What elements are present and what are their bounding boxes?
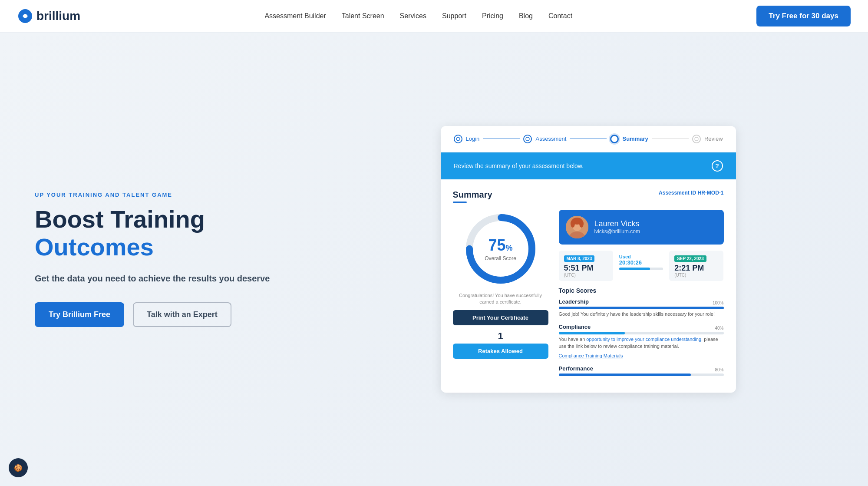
hero-left: UP YOUR TRAINING AND TALENT GAME Boost T…	[0, 33, 317, 486]
end-time-value: 2:21 PM	[674, 264, 718, 273]
help-button[interactable]: ?	[712, 160, 723, 172]
used-time-bar-fill	[619, 268, 650, 270]
topic-compliance-desc: You have an opportunity to improve your …	[559, 336, 724, 350]
topic-compliance-bar: 40%	[559, 332, 724, 334]
hero-buttons: Try Brillium Free Talk with an Expert	[35, 302, 282, 327]
used-label: Used	[619, 254, 663, 259]
svg-point-2	[456, 137, 460, 141]
step-line-1	[483, 139, 520, 139]
blue-banner: Review the summary of your assessment be…	[441, 152, 736, 179]
donut-chart: 75% Overall Score	[462, 210, 540, 288]
start-time-value: 5:51 PM	[564, 264, 608, 273]
step-assessment-label: Assessment	[535, 136, 566, 142]
hero-right: Login Assessment Summary	[317, 33, 868, 486]
start-date-badge: MAR 8, 2023	[564, 255, 595, 262]
hero-title-black: Boost Training	[35, 206, 282, 233]
avatar	[566, 216, 588, 238]
talk-with-expert-button[interactable]: Talk with an Expert	[133, 302, 231, 327]
retakes-allowed-button[interactable]: Retakes Allowed	[453, 344, 548, 359]
print-certificate-button[interactable]: Print Your Certificate	[453, 310, 548, 325]
step-summary-label: Summary	[622, 136, 648, 142]
end-time-block: SEP 22, 2023 2:21 PM (UTC)	[669, 251, 723, 281]
user-email: lvicks@brillium.com	[594, 228, 640, 235]
end-date-badge: SEP 22, 2023	[674, 255, 706, 262]
user-name-light: Vicks	[619, 219, 640, 228]
topic-leadership-bar-fill	[559, 307, 724, 309]
step-review-circle	[692, 135, 701, 143]
topic-performance-bar: 80%	[559, 374, 724, 376]
nav-item-services[interactable]: Services	[400, 12, 426, 20]
topic-performance-pct: 80%	[715, 367, 723, 372]
try-free-button[interactable]: Try Free for 30 days	[756, 6, 851, 26]
nav-item-talent-screen[interactable]: Talent Screen	[342, 12, 384, 20]
summary-header: Summary Assessment ID HR-MOD-1	[453, 190, 724, 203]
user-name-bold: Lauren	[594, 219, 619, 228]
progress-steps: Login Assessment Summary	[441, 126, 736, 152]
hero-subtitle: Get the data you need to achieve the res…	[35, 272, 282, 285]
step-line-3	[652, 139, 689, 139]
start-time-tz: (UTC)	[564, 273, 608, 278]
cookie-widget[interactable]: 🍪	[9, 458, 28, 477]
hero-section: UP YOUR TRAINING AND TALENT GAME Boost T…	[0, 33, 868, 486]
timing-row: MAR 8, 2023 5:51 PM (UTC) Used 20:30:26	[559, 251, 724, 281]
step-line-2	[570, 139, 607, 139]
end-time-tz: (UTC)	[674, 273, 718, 278]
user-name: Lauren Vicks	[594, 219, 640, 228]
retakes-number: 1	[498, 331, 503, 342]
topic-leadership-name: Leadership	[559, 298, 724, 305]
topic-compliance-bar-fill	[559, 332, 625, 334]
svg-point-12	[571, 220, 575, 228]
logo[interactable]: brillium	[17, 8, 80, 24]
summary-underline	[453, 202, 467, 203]
step-assessment-circle	[523, 135, 532, 143]
banner-text: Review the summary of your assessment be…	[454, 162, 584, 169]
step-login-circle	[454, 135, 462, 143]
summary-card: Summary Assessment ID HR-MOD-1	[441, 179, 736, 393]
step-review-label: Review	[704, 136, 723, 142]
step-login-label: Login	[466, 136, 480, 142]
summary-title: Summary	[453, 190, 492, 200]
hero-tag: UP YOUR TRAINING AND TALENT GAME	[35, 192, 282, 198]
svg-point-4	[695, 137, 698, 141]
summary-title-block: Summary	[453, 190, 492, 203]
score-label: Overall Score	[485, 255, 516, 261]
step-assessment: Assessment	[523, 135, 566, 143]
assessment-id-label: Assessment ID	[659, 190, 696, 196]
avatar-image	[566, 216, 588, 238]
try-brillium-free-button[interactable]: Try Brillium Free	[35, 302, 124, 327]
assessment-id-value: HR-MOD-1	[698, 190, 724, 196]
nav-item-assessment-builder[interactable]: Assessment Builder	[264, 12, 326, 20]
assessment-id: Assessment ID HR-MOD-1	[659, 190, 723, 196]
nav-item-contact[interactable]: Contact	[548, 12, 572, 20]
logo-icon	[17, 8, 33, 24]
navbar: brillium Assessment Builder Talent Scree…	[0, 0, 868, 33]
topic-leadership: Leadership 100% Good job! You definitely…	[559, 298, 724, 317]
logo-text: brillium	[36, 9, 80, 23]
topic-performance-bar-fill	[559, 374, 691, 376]
topic-scores: Topic Scores Leadership 100% Good job! Y…	[559, 287, 724, 376]
nav-item-pricing[interactable]: Pricing	[482, 12, 503, 20]
nav-item-blog[interactable]: Blog	[519, 12, 533, 20]
svg-point-1	[23, 14, 27, 18]
right-panel: Lauren Vicks lvicks@brillium.com MAR 8, …	[559, 210, 724, 382]
used-time-block: Used 20:30:26	[617, 251, 665, 274]
nav-item-support[interactable]: Support	[442, 12, 466, 20]
hero-title-blue: Outcomes	[35, 232, 282, 261]
step-summary-circle	[610, 135, 619, 143]
user-info: Lauren Vicks lvicks@brillium.com	[594, 219, 640, 235]
summary-body: 75% Overall Score Congratulations! You h…	[453, 210, 724, 382]
step-summary: Summary	[610, 135, 648, 143]
donut-center: 75% Overall Score	[485, 236, 516, 261]
step-review: Review	[692, 135, 723, 143]
used-value: 20:30:26	[619, 259, 663, 266]
score-symbol: %	[506, 244, 513, 252]
topic-compliance: Compliance 40% You have an opportunity t…	[559, 324, 724, 359]
topic-leadership-bar: 100%	[559, 307, 724, 309]
compliance-opportunity-text: opportunity to improve your compliance u…	[586, 337, 701, 342]
nav-links: Assessment Builder Talent Screen Service…	[264, 12, 572, 20]
demo-container: Login Assessment Summary	[441, 126, 736, 393]
user-card: Lauren Vicks lvicks@brillium.com	[559, 210, 724, 245]
compliance-training-link[interactable]: Compliance Training Materials	[559, 353, 623, 358]
svg-point-3	[526, 137, 529, 141]
topic-leadership-pct: 100%	[713, 301, 724, 305]
